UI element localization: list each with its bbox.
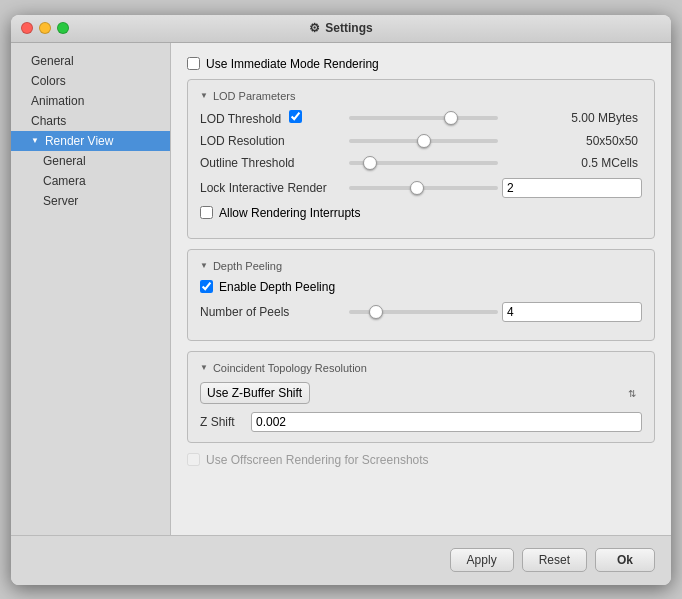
enable-depth-peeling-label: Enable Depth Peeling xyxy=(219,280,335,294)
immediate-mode-row: Use Immediate Mode Rendering xyxy=(187,57,655,71)
content-area: General Colors Animation Charts ▼ Render… xyxy=(11,43,671,535)
num-peels-input[interactable] xyxy=(502,302,642,322)
num-peels-slider[interactable] xyxy=(349,310,498,314)
zshift-label: Z Shift xyxy=(200,415,245,429)
lod-threshold-slider-container xyxy=(345,116,502,120)
depth-peeling-title: Depth Peeling xyxy=(213,260,282,272)
num-peels-row: Number of Peels xyxy=(200,302,642,322)
lod-params-title: LOD Parameters xyxy=(213,90,296,102)
offscreen-row: Use Offscreen Rendering for Screenshots xyxy=(187,453,655,467)
enable-depth-peeling-checkbox[interactable] xyxy=(200,280,213,293)
lod-threshold-label: LOD Threshold xyxy=(200,110,345,126)
lod-threshold-value: 5.00 MBytes xyxy=(502,111,642,125)
lod-arrow-icon: ▼ xyxy=(200,91,208,100)
lock-interactive-label: Lock Interactive Render xyxy=(200,181,345,195)
num-peels-slider-container xyxy=(345,310,502,314)
depth-peeling-header: ▼ Depth Peeling xyxy=(200,260,642,272)
maximize-button[interactable] xyxy=(57,22,69,34)
footer: Apply Reset Ok xyxy=(11,535,671,585)
lock-interactive-slider[interactable] xyxy=(349,186,498,190)
sidebar-item-render-general[interactable]: General xyxy=(11,151,170,171)
sidebar-item-animation[interactable]: Animation xyxy=(11,91,170,111)
enable-depth-peeling-row: Enable Depth Peeling xyxy=(200,280,642,294)
outline-threshold-row: Outline Threshold 0.5 MCells xyxy=(200,156,642,170)
lod-resolution-slider-container xyxy=(345,139,502,143)
traffic-lights xyxy=(21,22,69,34)
expand-arrow-icon: ▼ xyxy=(31,136,39,145)
minimize-button[interactable] xyxy=(39,22,51,34)
coincident-arrow-icon: ▼ xyxy=(200,363,208,372)
lod-threshold-row: LOD Threshold 5.00 MBytes xyxy=(200,110,642,126)
reset-button[interactable]: Reset xyxy=(522,548,587,572)
titlebar: ⚙ Settings xyxy=(11,15,671,43)
immediate-mode-checkbox[interactable] xyxy=(187,57,200,70)
outline-threshold-value: 0.5 MCells xyxy=(502,156,642,170)
close-button[interactable] xyxy=(21,22,33,34)
coincident-dropdown-wrapper: Use Z-Buffer Shift Do Nothing Offset Fac… xyxy=(200,382,642,404)
lod-resolution-row: LOD Resolution 50x50x50 xyxy=(200,134,642,148)
coincident-header: ▼ Coincident Topology Resolution xyxy=(200,362,642,374)
coincident-dropdown-container: Use Z-Buffer Shift Do Nothing Offset Fac… xyxy=(200,382,642,404)
outline-threshold-label: Outline Threshold xyxy=(200,156,345,170)
sidebar-item-camera[interactable]: Camera xyxy=(11,171,170,191)
main-content: Use Immediate Mode Rendering ▼ LOD Param… xyxy=(171,43,671,535)
coincident-group: ▼ Coincident Topology Resolution Use Z-B… xyxy=(187,351,655,443)
sidebar-item-server[interactable]: Server xyxy=(11,191,170,211)
zshift-input[interactable] xyxy=(251,412,642,432)
coincident-mode-select[interactable]: Use Z-Buffer Shift Do Nothing Offset Fac… xyxy=(200,382,310,404)
coincident-title: Coincident Topology Resolution xyxy=(213,362,367,374)
immediate-mode-label: Use Immediate Mode Rendering xyxy=(206,57,379,71)
ok-button[interactable]: Ok xyxy=(595,548,655,572)
sidebar-item-charts[interactable]: Charts xyxy=(11,111,170,131)
sidebar-item-general[interactable]: General xyxy=(11,51,170,71)
allow-interrupts-row: Allow Rendering Interrupts xyxy=(200,206,642,220)
outline-threshold-slider[interactable] xyxy=(349,161,498,165)
sidebar: General Colors Animation Charts ▼ Render… xyxy=(11,43,171,535)
titlebar-title: ⚙ Settings xyxy=(309,21,372,35)
outline-threshold-slider-container xyxy=(345,161,502,165)
apply-button[interactable]: Apply xyxy=(450,548,514,572)
settings-icon: ⚙ xyxy=(309,21,320,35)
offscreen-checkbox[interactable] xyxy=(187,453,200,466)
allow-interrupts-checkbox[interactable] xyxy=(200,206,213,219)
lod-resolution-value: 50x50x50 xyxy=(502,134,642,148)
offscreen-label: Use Offscreen Rendering for Screenshots xyxy=(206,453,429,467)
lod-threshold-slider[interactable] xyxy=(349,116,498,120)
sidebar-item-render-view[interactable]: ▼ Render View xyxy=(11,131,170,151)
allow-interrupts-label: Allow Rendering Interrupts xyxy=(219,206,360,220)
lock-interactive-row: Lock Interactive Render xyxy=(200,178,642,198)
lod-resolution-slider[interactable] xyxy=(349,139,498,143)
depth-peeling-arrow-icon: ▼ xyxy=(200,261,208,270)
lock-interactive-slider-container xyxy=(345,186,502,190)
lod-resolution-label: LOD Resolution xyxy=(200,134,345,148)
lod-threshold-checkbox[interactable] xyxy=(289,110,302,123)
depth-peeling-group: ▼ Depth Peeling Enable Depth Peeling Num… xyxy=(187,249,655,341)
sidebar-item-colors[interactable]: Colors xyxy=(11,71,170,91)
num-peels-label: Number of Peels xyxy=(200,305,345,319)
lod-params-header: ▼ LOD Parameters xyxy=(200,90,642,102)
zshift-row: Z Shift xyxy=(200,412,642,432)
settings-window: ⚙ Settings General Colors Animation Char… xyxy=(11,15,671,585)
lod-params-group: ▼ LOD Parameters LOD Threshold 5.00 MByt… xyxy=(187,79,655,239)
lock-interactive-input[interactable] xyxy=(502,178,642,198)
